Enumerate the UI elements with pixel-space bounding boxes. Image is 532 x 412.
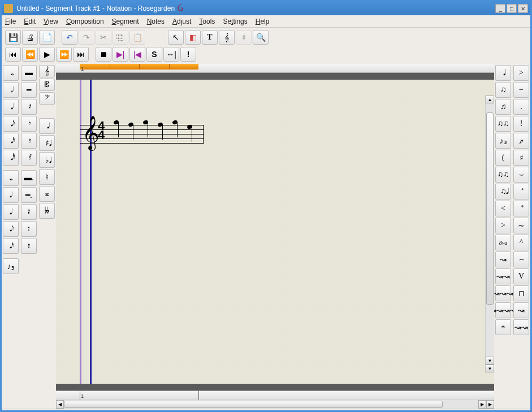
turn2-button[interactable]: ∼ xyxy=(513,218,529,233)
dotted-half-rest-button[interactable]: ━. xyxy=(21,187,37,203)
double-sharp-button[interactable]: 𝄪 xyxy=(39,186,55,202)
dotted-sixteenth-button[interactable]: 𝅘𝅥𝅯. xyxy=(3,238,19,254)
scroll-thumb-h[interactable] xyxy=(64,401,443,408)
thirtysecond-note-button[interactable]: 𝅘𝅥𝅰 xyxy=(3,150,19,166)
unbeam-button[interactable]: ♬ xyxy=(495,99,511,115)
menu-segment[interactable]: Segment xyxy=(112,18,139,25)
sixteenth-note-button[interactable]: 𝅘𝅥𝅯 xyxy=(3,133,19,149)
dotted-whole-rest-button[interactable]: ▬. xyxy=(21,170,37,186)
octave-button[interactable]: 8va xyxy=(495,235,511,250)
scroll-down-button[interactable]: ▼ xyxy=(486,357,494,365)
loop-start-button[interactable]: ▶| xyxy=(113,47,128,62)
scroll-right-button[interactable]: ▶ xyxy=(478,400,486,409)
score-canvas[interactable]: 𝄞 4 4 ▲ xyxy=(56,80,494,384)
panic-button[interactable]: ! xyxy=(180,47,196,62)
trill-mark-button[interactable]: ↝ xyxy=(513,302,529,318)
ffwd-end-button[interactable]: ⏭ xyxy=(73,47,89,62)
dotted-quarter-button[interactable]: 𝅘𝅥. xyxy=(3,204,19,220)
trill-mark2-button[interactable]: ↝↝ xyxy=(513,319,529,335)
dotted-sixteenth-rest-button[interactable]: 𝄿. xyxy=(21,238,37,254)
loop-end-button[interactable]: |◀ xyxy=(129,47,145,62)
text-tool-button[interactable]: T xyxy=(202,30,218,45)
dotted-quarter-rest-button[interactable]: 𝄽. xyxy=(21,204,37,220)
trill2-button[interactable]: ↝↝ xyxy=(495,268,511,284)
pointer-tool-button[interactable]: ↖ xyxy=(168,30,184,45)
marks-button[interactable]: ♯ xyxy=(236,30,252,45)
scroll-thumb-v[interactable] xyxy=(486,112,494,305)
auto-beam-button[interactable]: ♫ xyxy=(495,82,511,98)
fermata-button[interactable]: 𝄐 xyxy=(495,319,511,335)
close-button[interactable]: ✕ xyxy=(518,4,528,13)
slur-button[interactable]: ( xyxy=(495,150,511,166)
menu-adjust[interactable]: Adjust xyxy=(172,18,191,25)
menu-edit[interactable]: Edit xyxy=(24,18,36,25)
inv-mordent-button[interactable]: 𝆵 xyxy=(513,201,529,216)
play-button[interactable]: ▶ xyxy=(39,47,55,62)
decrescendo-button[interactable]: > xyxy=(495,218,511,233)
maximize-button[interactable]: □ xyxy=(507,4,517,13)
horizontal-scrollbar[interactable]: ◀ ▶ ▶ xyxy=(56,400,494,409)
cut-button[interactable]: ✂ xyxy=(96,30,111,45)
print-button[interactable]: 🖨 xyxy=(22,30,38,45)
tenuto-button[interactable]: − xyxy=(513,82,529,98)
trill4-button[interactable]: ↝↝↝↝ xyxy=(495,302,511,318)
dotted-half-button[interactable]: 𝅗𝅥. xyxy=(3,187,19,203)
guitar-chord-button[interactable]: 𝄞 xyxy=(219,30,235,45)
rewind-start-button[interactable]: ⏮ xyxy=(5,47,21,62)
scroll-right-button-2[interactable]: ▶ xyxy=(486,400,494,409)
rewind-button[interactable]: ⏪ xyxy=(22,47,38,62)
eighth-rest-button[interactable]: 𝄾 xyxy=(21,116,37,132)
stop-button[interactable]: ⏹ xyxy=(96,47,111,62)
menu-view[interactable]: View xyxy=(44,18,58,25)
dynamic-button[interactable]: 𝆏 xyxy=(513,133,529,149)
staccato-button[interactable]: . xyxy=(513,99,529,115)
downbow-button[interactable]: ⊓ xyxy=(513,285,529,301)
trill-button[interactable]: ↝ xyxy=(495,251,511,267)
natural-button[interactable]: ♮ xyxy=(39,169,55,185)
menu-help[interactable]: Help xyxy=(256,18,270,25)
dotted-eighth-button[interactable]: 𝅘𝅥𝅮. xyxy=(3,221,19,237)
quarter-note-button[interactable]: 𝅘𝅥 xyxy=(3,99,19,115)
mordent-button[interactable]: 𝆴 xyxy=(513,184,529,200)
scroll-left-button[interactable]: ◀ xyxy=(56,400,64,409)
double-flat-button[interactable]: 𝄫 xyxy=(39,203,55,219)
whole-note-button[interactable]: 𝅝 xyxy=(3,65,19,81)
sixteenth-rest-button[interactable]: 𝄿 xyxy=(21,133,37,149)
whole-rest-button[interactable]: ▬ xyxy=(21,65,37,81)
eighth-note-button[interactable]: 𝅘𝅥𝅮 xyxy=(3,116,19,132)
menu-composition[interactable]: Composition xyxy=(66,18,104,25)
crescendo-button[interactable]: < xyxy=(495,201,511,216)
loop-toggle-button[interactable]: ↔| xyxy=(163,47,179,62)
sharp-note-button[interactable]: ♯𝅘𝅥 xyxy=(39,135,55,151)
ffwd-button[interactable]: ⏩ xyxy=(56,47,72,62)
dotted-whole-button[interactable]: 𝅝. xyxy=(3,170,19,186)
alto-clef-button[interactable]: 𝄡 xyxy=(39,79,55,91)
copy-button[interactable]: ⿻ xyxy=(113,30,128,45)
accent-button[interactable]: > xyxy=(513,65,529,81)
beam-button[interactable]: 𝅘𝅥 xyxy=(495,65,511,81)
print-preview-button[interactable]: 📄 xyxy=(39,30,55,45)
solo-button[interactable]: S xyxy=(146,47,162,62)
quarter-rest-button[interactable]: 𝄽 xyxy=(21,99,37,115)
half-note-button[interactable]: 𝅗𝅥 xyxy=(3,82,19,98)
sharp-mark-button[interactable]: ♯ xyxy=(513,150,529,166)
triplet-button[interactable]: ♪₃ xyxy=(3,258,19,274)
save-button[interactable]: 💾 xyxy=(5,30,21,45)
beam-group-button[interactable]: ♫♫ xyxy=(495,116,511,132)
grace-button[interactable]: ♫♫ xyxy=(495,167,511,183)
scroll-up-button[interactable]: ▲ xyxy=(486,96,494,103)
treble-clef-button[interactable]: 𝄞 xyxy=(39,65,55,77)
eraser-tool-button[interactable]: ◧ xyxy=(185,30,201,45)
trill3-button[interactable]: ↝↝↝ xyxy=(495,285,511,301)
bass-clef-button[interactable]: 𝄢 xyxy=(39,92,55,105)
menu-tools[interactable]: Tools xyxy=(199,18,215,25)
minimize-button[interactable]: _ xyxy=(495,4,505,13)
marcato-button[interactable]: ^ xyxy=(513,235,529,250)
natural-note-button[interactable]: 𝅘𝅥 xyxy=(39,118,55,134)
half-rest-button[interactable]: ━ xyxy=(21,82,37,98)
top-ruler[interactable]: 1 xyxy=(56,64,494,73)
paste-button[interactable]: 📋 xyxy=(129,30,145,45)
turn-button[interactable]: ⌣ xyxy=(513,167,529,183)
upbow-button[interactable]: V xyxy=(513,268,529,284)
scroll-down-button-2[interactable]: ▼ xyxy=(486,365,494,372)
